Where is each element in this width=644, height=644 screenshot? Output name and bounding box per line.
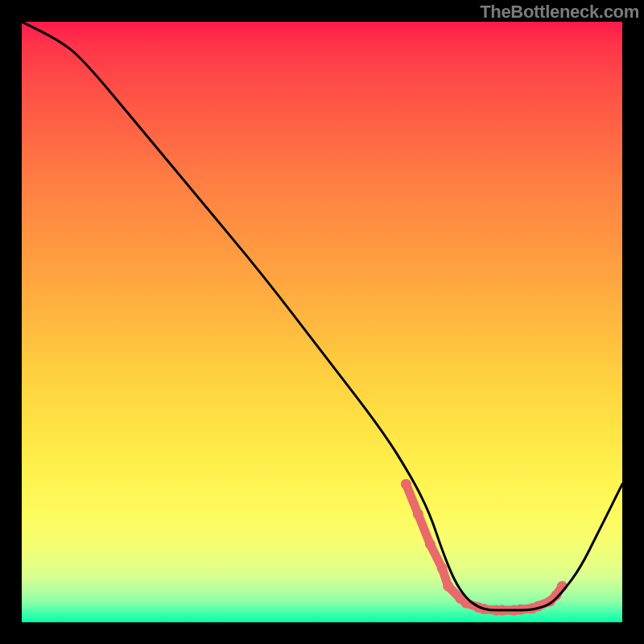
- attribution-text: TheBottleneck.com: [480, 2, 639, 23]
- chart-container: TheBottleneck.com: [0, 0, 644, 644]
- highlight-dot: [413, 509, 423, 519]
- highlight-dot: [401, 479, 411, 489]
- highlight-dot: [425, 539, 436, 550]
- curve-overlay: [22, 22, 622, 622]
- highlight-dot: [437, 563, 448, 573]
- highlight-dot: [443, 581, 453, 592]
- main-curve: [22, 22, 622, 610]
- highlight-markers: [401, 479, 568, 616]
- plot-area: [22, 22, 622, 622]
